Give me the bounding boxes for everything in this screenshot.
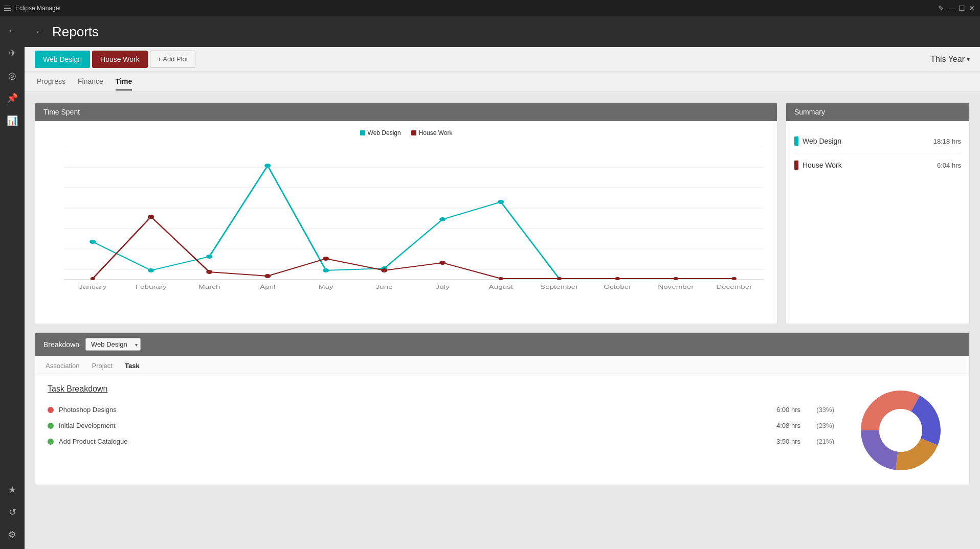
sidebar-item-nav3[interactable]: 📌 [2, 88, 23, 108]
svg-point-30 [206, 270, 212, 274]
task-hrs-1: 4:08 hrs [770, 422, 800, 429]
breakdown-tab-project[interactable]: Project [92, 358, 112, 374]
add-plot-button[interactable]: + Add Plot [150, 51, 196, 68]
breakdown-sub-tabs: Association Project Task [35, 356, 969, 376]
summary-panel-header: Summary [786, 103, 969, 121]
this-year-button[interactable]: This Year ▾ [930, 55, 970, 64]
tab-time[interactable]: Time [116, 73, 132, 90]
charts-row: Time Spent Web Design House Work [35, 102, 970, 324]
sidebar: ← ✈ ◎ 📌 📊 ★ ↺ ⚙ [0, 16, 25, 549]
legend-house-work: House Work [411, 129, 453, 136]
task-label-2: Add Product Catalogue [59, 438, 765, 445]
svg-text:January: January [79, 284, 107, 290]
svg-point-39 [732, 277, 737, 280]
task-hrs-0: 6:00 hrs [770, 406, 800, 414]
breakdown-select-wrapper[interactable]: Web Design House Work ▾ [85, 338, 141, 351]
time-spent-panel-body: Web Design House Work [35, 121, 777, 324]
svg-point-18 [206, 255, 212, 259]
chevron-down-icon: ▾ [967, 56, 970, 63]
sidebar-item-nav2[interactable]: ◎ [2, 65, 23, 86]
svg-text:Feburary: Feburary [136, 284, 167, 290]
task-row-1: Initial Development 4:08 hrs (23%) [48, 418, 834, 433]
svg-point-22 [439, 217, 446, 221]
summary-time-house-work: 6:04 hrs [937, 162, 961, 169]
legend-dot-red [411, 130, 416, 135]
summary-panel-body: Web Design 18:18 hrs House Work 6:04 hrs [786, 121, 969, 185]
summary-label-web-design: Web Design [794, 136, 841, 146]
maximize-btn[interactable]: ☐ [957, 4, 966, 12]
breakdown-tab-task[interactable]: Task [125, 358, 140, 374]
plot-tabs-strip: Web Design House Work + Add Plot This Ye… [25, 47, 980, 72]
svg-text:April: April [260, 284, 275, 290]
donut-chart-area [844, 384, 957, 476]
task-dot-0 [48, 407, 54, 413]
svg-point-34 [439, 261, 446, 265]
summary-label-house-work: House Work [794, 161, 842, 170]
svg-point-32 [323, 257, 329, 261]
tab-finance[interactable]: Finance [78, 73, 103, 90]
title-bar: Eclipse Manager ✎ — ☐ ✕ [0, 0, 980, 16]
chart-legend: Web Design House Work [43, 129, 769, 136]
task-row-0: Photoshop Designs 6:00 hrs (33%) [48, 402, 834, 418]
svg-text:December: December [716, 284, 752, 290]
plot-tab-web-design[interactable]: Web Design [35, 51, 90, 68]
summary-color-red [794, 161, 798, 170]
task-pct-1: (23%) [814, 422, 834, 429]
chart-area: 0 1 2 3 4 5 6 7 [43, 142, 769, 315]
sidebar-item-refresh[interactable]: ↺ [2, 502, 23, 522]
task-hrs-2: 3:50 hrs [770, 438, 800, 445]
minimize-btn[interactable]: — [947, 4, 955, 12]
svg-text:June: June [376, 284, 393, 290]
task-row-2: Add Product Catalogue 3:50 hrs (21%) [48, 433, 834, 449]
page-title: Reports [52, 24, 970, 40]
breakdown-panel: Breakdown Web Design House Work ▾ Associ… [35, 332, 970, 485]
close-btn[interactable]: ✕ [968, 4, 976, 12]
svg-point-37 [615, 277, 620, 280]
content-area: Time Spent Web Design House Work [25, 92, 980, 549]
svg-point-56 [879, 409, 922, 452]
line-chart-svg: 0 1 2 3 4 5 6 7 [64, 147, 764, 290]
task-pct-0: (33%) [814, 406, 834, 414]
svg-text:September: September [540, 284, 578, 290]
task-label-1: Initial Development [59, 422, 765, 429]
svg-point-29 [148, 215, 154, 219]
sidebar-item-settings[interactable]: ⚙ [2, 524, 23, 545]
plot-tab-house-work[interactable]: House Work [92, 51, 148, 68]
sidebar-item-reports[interactable]: 📊 [2, 110, 23, 131]
svg-point-31 [264, 274, 271, 278]
app-title: Eclipse Manager [15, 5, 61, 12]
breakdown-header: Breakdown Web Design House Work ▾ [35, 333, 969, 356]
sidebar-item-nav1[interactable]: ✈ [2, 43, 23, 63]
sidebar-item-favorites[interactable]: ★ [2, 479, 23, 500]
summary-row-house-work: House Work 6:04 hrs [794, 153, 961, 177]
edit-btn[interactable]: ✎ [937, 4, 945, 12]
svg-point-36 [557, 277, 562, 280]
header-back-icon[interactable]: ← [35, 27, 44, 37]
hamburger-menu[interactable] [4, 6, 11, 11]
breakdown-select[interactable]: Web Design House Work [85, 338, 141, 351]
task-dot-1 [48, 423, 54, 429]
svg-text:July: July [436, 284, 450, 290]
donut-chart-svg [844, 384, 957, 476]
svg-point-19 [264, 164, 271, 168]
svg-point-38 [674, 277, 678, 280]
breakdown-body: Task Breakdown Photoshop Designs 6:00 hr… [35, 376, 969, 485]
svg-point-17 [148, 268, 154, 272]
summary-time-web-design: 18:18 hrs [933, 138, 961, 145]
header: ← Reports [25, 16, 980, 47]
summary-panel: Summary Web Design 18:18 hrs [786, 102, 970, 324]
svg-point-33 [381, 268, 387, 272]
tab-progress[interactable]: Progress [37, 73, 65, 90]
time-spent-panel-header: Time Spent [35, 103, 777, 121]
time-spent-panel: Time Spent Web Design House Work [35, 102, 777, 324]
svg-text:October: October [604, 284, 632, 290]
svg-point-20 [323, 268, 329, 272]
summary-color-teal [794, 136, 798, 146]
svg-text:March: March [198, 284, 220, 290]
task-pct-2: (21%) [814, 438, 834, 445]
legend-web-design: Web Design [360, 129, 401, 136]
breakdown-tab-association[interactable]: Association [46, 358, 79, 374]
svg-point-16 [90, 240, 96, 244]
svg-text:November: November [658, 284, 694, 290]
sidebar-item-back[interactable]: ← [2, 20, 23, 41]
